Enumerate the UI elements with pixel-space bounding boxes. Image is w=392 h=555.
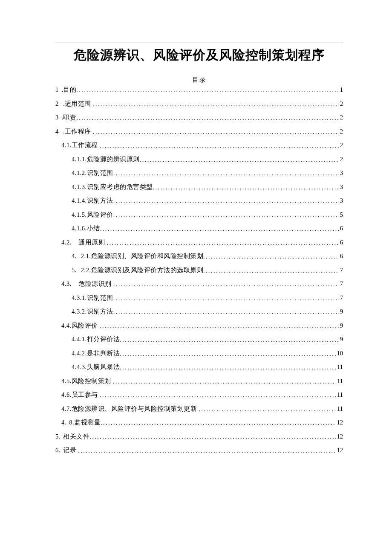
document-page: 危险源辨识、风险评价及风险控制策划程序 目录 1 .目的12 .适用范围 23 … [0, 0, 392, 453]
toc-entry-label: 4.6.员工参与 [61, 392, 100, 398]
toc-entry-label: 4.1.工作流程 [61, 142, 100, 148]
toc-entry: 4.1.5.风险评价5 [55, 212, 343, 218]
toc-entry-page: 12 [336, 419, 343, 426]
toc-entry-label: 4.4.1.打分评价法 [72, 336, 120, 343]
toc-entry-page: 3 [339, 170, 343, 176]
toc-entry: 4.1.2.识别范围3 [55, 170, 343, 176]
toc-entry: 4.1.1.危险源的辨识原则2 [55, 156, 343, 163]
toc-entry-label: 2.1.危险源识别、风险评价和风险控制策划 [81, 253, 203, 259]
toc-leader-dots [120, 365, 336, 371]
toc-entry-page: 5 [339, 212, 343, 218]
toc-entry: 4.1.工作流程 2 [55, 142, 343, 148]
toc-entry-label: 4.1.4.识别方法 [72, 198, 113, 204]
toc-entry-gap [60, 433, 63, 440]
toc-entry: 5. 相关文件12 [55, 433, 343, 440]
toc-entry-page: 12 [336, 433, 343, 440]
toc-entry-label: 目的 [63, 87, 76, 93]
toc-entry: 4.4.3.头脑风暴法11 [55, 364, 343, 370]
toc-entry-page: 3 [339, 184, 343, 190]
toc-entry-label: 4.1.2.识别范围 [72, 170, 113, 176]
toc-entry-label: 工作程序 [65, 128, 93, 135]
toc-leader-dots [100, 323, 339, 329]
toc-entry-number: 4 [55, 128, 58, 135]
toc-leader-dots [113, 296, 339, 302]
toc-entry-label: 4.5.风险控制策划 [61, 378, 113, 384]
toc-leader-dots [113, 212, 339, 218]
toc-entry-gap: . [58, 114, 63, 121]
toc-entry-page: 2 [339, 156, 343, 163]
toc-entry-label: 4.4.2.是非判断法 [72, 350, 120, 357]
toc-entry-label: 8.监视测量 [69, 419, 101, 426]
toc-leader-dots [107, 240, 339, 246]
toc-entry: 3 .职责2 [55, 114, 343, 121]
toc-entry-label: 4.1.3.识别应考虑的危害类型 [72, 184, 153, 190]
toc-heading: 目录 [55, 76, 343, 84]
toc-entry-page: 11 [336, 392, 343, 398]
toc-entry-page: 6 [339, 225, 343, 232]
toc-entry-page: 7 [339, 267, 343, 273]
toc-leader-dots [120, 337, 339, 343]
toc-leader-dots [113, 309, 339, 315]
toc-entry-page: 2 [339, 114, 343, 121]
toc-entry: 5. 2.2.危险源识别及风险评价方法的选取原则7 [55, 267, 343, 273]
toc-entry-page: 11 [336, 406, 343, 412]
toc-entry-gap [66, 419, 69, 426]
toc-entry-gap [76, 267, 81, 273]
toc-entry: 4.4.1.打分评价法9 [55, 336, 343, 343]
toc-entry-label: 相关文件 [63, 433, 89, 440]
toc-entry-label: 4.3. 危险源识别 [61, 281, 113, 287]
toc-entry-label: 适用范围 [65, 101, 93, 107]
document-title: 危险源辨识、风险评价及风险控制策划程序 [55, 46, 343, 64]
toc-entry-page: 7 [339, 281, 343, 287]
toc-leader-dots [120, 351, 336, 357]
toc-entry-gap [60, 447, 63, 453]
toc-entry: 4. 2.1.危险源识别、风险评价和风险控制策划6 [55, 253, 343, 259]
toc-entry-label: 4.1.1.危险源的辨识原则 [72, 156, 140, 163]
toc-entry-label: 4.4.3.头脑风暴法 [72, 364, 120, 370]
toc-entry: 4.3.1.识别范围7 [55, 295, 343, 301]
toc-entry: 4.1.6.小结6 [55, 225, 343, 232]
toc-leader-dots [89, 434, 336, 440]
toc-entry: 4.2. 通用原则 6 [55, 239, 343, 246]
toc-entry: 4. 8.监视测量12 [55, 419, 343, 426]
toc-leader-dots [199, 407, 336, 413]
toc-entry-page: 10 [336, 350, 343, 357]
toc-entry-number: 3 [55, 114, 58, 121]
toc-entry-label: 记录 [63, 447, 78, 453]
toc-leader-dots [100, 392, 336, 398]
toc-entry-page: 1 [339, 87, 343, 93]
toc-entry: 4.6.员工参与 11 [55, 392, 343, 398]
toc-entry-page: 12 [336, 447, 343, 453]
toc-entry-label: 4.4.风险评价 [61, 323, 100, 329]
toc-leader-dots [113, 282, 339, 288]
toc-entry: 4.3.2.识别方法9 [55, 308, 343, 315]
toc-entry-gap: . [58, 87, 63, 93]
toc-entry-page: 3 [339, 198, 343, 204]
toc-leader-dots [100, 226, 339, 232]
toc-entry-page: 11 [336, 364, 343, 370]
toc-entry: 4.5.风险控制策划 11 [55, 378, 343, 384]
toc-leader-dots [153, 185, 339, 191]
toc-entry-page: 9 [339, 336, 343, 343]
toc-entry-label: 4.3.1.识别范围 [72, 295, 113, 301]
toc-entry-gap [76, 253, 81, 259]
toc-entry-label: 2.2.危险源识别及风险评价方法的选取原则 [81, 267, 203, 273]
toc-entry-label: 4.1.6.小结 [72, 225, 100, 232]
toc-entry-label: 4.7.危险源辨识、风险评价与风险控制策划更新 [61, 406, 199, 412]
toc-leader-dots [76, 87, 339, 93]
toc-entry-label: 4.3.2.识别方法 [72, 308, 113, 315]
toc-entry-page: 11 [336, 378, 343, 384]
toc-entry-page: 2 [339, 128, 343, 135]
toc-entry-page: 6 [339, 253, 343, 259]
toc-entry-page: 6 [339, 239, 343, 246]
toc-leader-dots [113, 198, 339, 204]
toc-entry: 1 .目的1 [55, 87, 343, 93]
toc-leader-dots [100, 143, 339, 149]
toc-entry-page: 9 [339, 323, 343, 329]
toc-entry-number: 5. [72, 267, 76, 273]
horizontal-rule [55, 43, 343, 43]
toc-entry-number: 2 [55, 101, 58, 107]
toc-entry-page: 2 [339, 142, 343, 148]
toc-entry: 6. 记录 12 [55, 447, 343, 453]
toc-leader-dots [76, 115, 339, 121]
